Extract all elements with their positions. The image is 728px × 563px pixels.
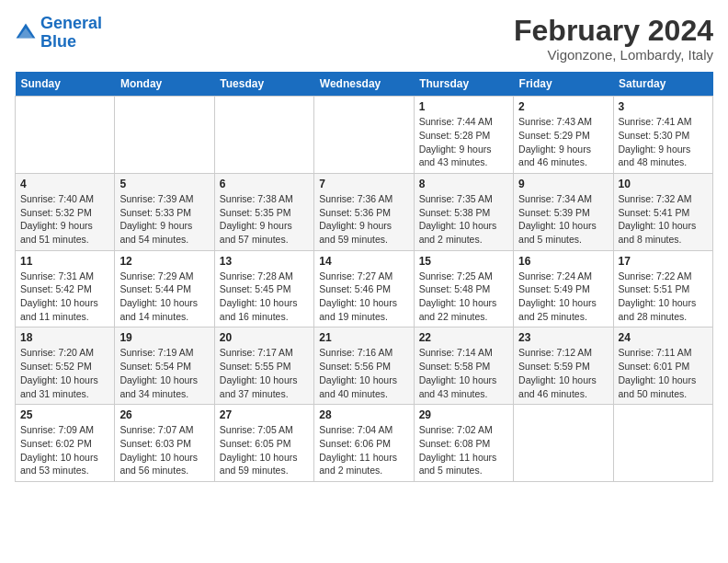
day-number: 8 xyxy=(419,178,508,190)
calendar-table: SundayMondayTuesdayWednesdayThursdayFrid… xyxy=(15,72,713,482)
logo-line1: General xyxy=(40,14,102,32)
day-number: 24 xyxy=(619,331,708,344)
calendar-cell: 5Sunrise: 7:39 AMSunset: 5:33 PMDaylight… xyxy=(115,173,214,250)
calendar-cell: 15Sunrise: 7:25 AMSunset: 5:48 PMDayligh… xyxy=(414,250,513,327)
day-number: 21 xyxy=(319,331,408,344)
calendar-cell: 7Sunrise: 7:36 AMSunset: 5:36 PMDaylight… xyxy=(314,173,414,250)
day-info: Sunrise: 7:38 AMSunset: 5:35 PMDaylight:… xyxy=(220,192,309,247)
day-number: 3 xyxy=(619,100,708,113)
day-info: Sunrise: 7:40 AMSunset: 5:32 PMDaylight:… xyxy=(20,192,109,247)
day-info: Sunrise: 7:09 AMSunset: 6:02 PMDaylight:… xyxy=(20,423,109,477)
day-info: Sunrise: 7:07 AMSunset: 6:03 PMDaylight:… xyxy=(119,423,209,477)
calendar-cell: 17Sunrise: 7:22 AMSunset: 5:51 PMDayligh… xyxy=(613,250,712,327)
day-number: 11 xyxy=(20,255,109,268)
day-number: 9 xyxy=(518,178,608,190)
calendar-week-row: 18Sunrise: 7:20 AMSunset: 5:52 PMDayligh… xyxy=(16,327,713,405)
calendar-cell: 1Sunrise: 7:44 AMSunset: 5:28 PMDaylight… xyxy=(414,97,513,174)
calendar-cell xyxy=(115,97,214,174)
day-info: Sunrise: 7:05 AMSunset: 6:05 PMDaylight:… xyxy=(220,423,309,477)
calendar-cell: 9Sunrise: 7:34 AMSunset: 5:39 PMDaylight… xyxy=(514,173,613,250)
calendar-cell: 16Sunrise: 7:24 AMSunset: 5:49 PMDayligh… xyxy=(514,250,613,327)
day-info: Sunrise: 7:32 AMSunset: 5:41 PMDaylight:… xyxy=(619,192,708,247)
day-number: 17 xyxy=(619,255,708,268)
weekday-header-row: SundayMondayTuesdayWednesdayThursdayFrid… xyxy=(16,72,713,97)
day-info: Sunrise: 7:04 AMSunset: 6:06 PMDaylight:… xyxy=(319,423,408,477)
day-info: Sunrise: 7:24 AMSunset: 5:49 PMDaylight:… xyxy=(518,270,608,324)
weekday-header-thursday: Thursday xyxy=(414,72,513,97)
calendar-cell: 14Sunrise: 7:27 AMSunset: 5:46 PMDayligh… xyxy=(314,250,414,327)
calendar-cell: 10Sunrise: 7:32 AMSunset: 5:41 PMDayligh… xyxy=(613,173,712,250)
day-info: Sunrise: 7:43 AMSunset: 5:29 PMDaylight:… xyxy=(518,115,608,169)
calendar-cell: 3Sunrise: 7:41 AMSunset: 5:30 PMDaylight… xyxy=(613,97,712,174)
day-number: 15 xyxy=(419,255,508,268)
day-number: 22 xyxy=(419,331,508,344)
calendar-cell xyxy=(214,97,313,174)
calendar-cell xyxy=(314,97,414,174)
calendar-header: SundayMondayTuesdayWednesdayThursdayFrid… xyxy=(16,72,713,97)
day-number: 12 xyxy=(119,255,209,268)
calendar-cell: 20Sunrise: 7:17 AMSunset: 5:55 PMDayligh… xyxy=(214,327,313,405)
weekday-header-wednesday: Wednesday xyxy=(314,72,414,97)
day-number: 23 xyxy=(518,331,608,344)
day-number: 7 xyxy=(319,178,408,190)
calendar-cell: 13Sunrise: 7:28 AMSunset: 5:45 PMDayligh… xyxy=(214,250,313,327)
day-info: Sunrise: 7:19 AMSunset: 5:54 PMDaylight:… xyxy=(119,346,209,400)
logo: General Blue xyxy=(15,15,102,52)
day-number: 13 xyxy=(220,255,309,268)
weekday-header-friday: Friday xyxy=(514,72,613,97)
calendar-cell: 11Sunrise: 7:31 AMSunset: 5:42 PMDayligh… xyxy=(16,250,115,327)
day-info: Sunrise: 7:39 AMSunset: 5:33 PMDaylight:… xyxy=(119,192,209,247)
day-number: 19 xyxy=(119,331,209,344)
calendar-cell xyxy=(613,405,712,482)
day-info: Sunrise: 7:29 AMSunset: 5:44 PMDaylight:… xyxy=(119,270,209,324)
day-number: 1 xyxy=(419,100,508,113)
day-info: Sunrise: 7:31 AMSunset: 5:42 PMDaylight:… xyxy=(20,270,109,324)
day-info: Sunrise: 7:16 AMSunset: 5:56 PMDaylight:… xyxy=(319,346,408,400)
page-header: General Blue February 2024 Vigonzone, Lo… xyxy=(15,15,713,63)
calendar-cell: 2Sunrise: 7:43 AMSunset: 5:29 PMDaylight… xyxy=(514,97,613,174)
calendar-week-row: 4Sunrise: 7:40 AMSunset: 5:32 PMDaylight… xyxy=(16,173,713,250)
day-info: Sunrise: 7:28 AMSunset: 5:45 PMDaylight:… xyxy=(220,270,309,324)
day-number: 28 xyxy=(319,408,408,421)
calendar-cell: 27Sunrise: 7:05 AMSunset: 6:05 PMDayligh… xyxy=(214,405,313,482)
day-number: 10 xyxy=(619,178,708,190)
day-info: Sunrise: 7:25 AMSunset: 5:48 PMDaylight:… xyxy=(419,270,508,324)
day-number: 26 xyxy=(119,408,209,421)
calendar-cell: 25Sunrise: 7:09 AMSunset: 6:02 PMDayligh… xyxy=(16,405,115,482)
calendar-body: 1Sunrise: 7:44 AMSunset: 5:28 PMDaylight… xyxy=(16,97,713,482)
weekday-header-saturday: Saturday xyxy=(613,72,712,97)
day-number: 2 xyxy=(518,100,608,113)
day-info: Sunrise: 7:22 AMSunset: 5:51 PMDaylight:… xyxy=(619,270,708,324)
day-info: Sunrise: 7:27 AMSunset: 5:46 PMDaylight:… xyxy=(319,270,408,324)
calendar-cell: 6Sunrise: 7:38 AMSunset: 5:35 PMDaylight… xyxy=(214,173,313,250)
day-number: 6 xyxy=(220,178,309,190)
calendar-cell: 21Sunrise: 7:16 AMSunset: 5:56 PMDayligh… xyxy=(314,327,414,405)
day-info: Sunrise: 7:17 AMSunset: 5:55 PMDaylight:… xyxy=(220,346,309,400)
calendar-cell: 8Sunrise: 7:35 AMSunset: 5:38 PMDaylight… xyxy=(414,173,513,250)
weekday-header-sunday: Sunday xyxy=(16,72,115,97)
calendar-cell: 26Sunrise: 7:07 AMSunset: 6:03 PMDayligh… xyxy=(115,405,214,482)
day-info: Sunrise: 7:20 AMSunset: 5:52 PMDaylight:… xyxy=(20,346,109,400)
day-info: Sunrise: 7:14 AMSunset: 5:58 PMDaylight:… xyxy=(419,346,508,400)
month-title: February 2024 xyxy=(514,15,713,47)
day-info: Sunrise: 7:36 AMSunset: 5:36 PMDaylight:… xyxy=(319,192,408,247)
calendar-cell xyxy=(16,97,115,174)
day-info: Sunrise: 7:35 AMSunset: 5:38 PMDaylight:… xyxy=(419,192,508,247)
calendar-cell: 18Sunrise: 7:20 AMSunset: 5:52 PMDayligh… xyxy=(16,327,115,405)
weekday-header-monday: Monday xyxy=(115,72,214,97)
day-number: 16 xyxy=(518,255,608,268)
logo-icon xyxy=(15,22,37,44)
day-number: 18 xyxy=(20,331,109,344)
calendar-cell xyxy=(514,405,613,482)
calendar-cell: 12Sunrise: 7:29 AMSunset: 5:44 PMDayligh… xyxy=(115,250,214,327)
day-number: 29 xyxy=(419,408,508,421)
day-number: 5 xyxy=(119,178,209,190)
calendar-cell: 19Sunrise: 7:19 AMSunset: 5:54 PMDayligh… xyxy=(115,327,214,405)
logo-text: General Blue xyxy=(40,15,102,52)
day-info: Sunrise: 7:12 AMSunset: 5:59 PMDaylight:… xyxy=(518,346,608,400)
day-info: Sunrise: 7:34 AMSunset: 5:39 PMDaylight:… xyxy=(518,192,608,247)
day-number: 20 xyxy=(220,331,309,344)
day-number: 4 xyxy=(20,178,109,190)
day-info: Sunrise: 7:02 AMSunset: 6:08 PMDaylight:… xyxy=(419,423,508,477)
day-number: 27 xyxy=(220,408,309,421)
